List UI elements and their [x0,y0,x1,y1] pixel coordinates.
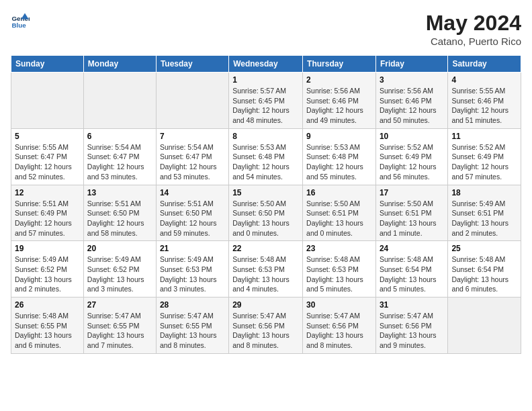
calendar-week-row: 1Sunrise: 5:57 AM Sunset: 6:45 PM Daylig… [11,73,521,129]
calendar-week-row: 5Sunrise: 5:55 AM Sunset: 6:47 PM Daylig… [11,128,521,185]
day-info: Sunrise: 5:50 AM Sunset: 6:51 PM Dayligh… [306,199,372,238]
day-info: Sunrise: 5:49 AM Sunset: 6:52 PM Dayligh… [15,255,80,294]
day-number: 29 [232,300,299,310]
day-info: Sunrise: 5:48 AM Sunset: 6:55 PM Dayligh… [15,311,80,351]
weekday-header: Monday [83,56,156,73]
calendar-week-row: 12Sunrise: 5:51 AM Sunset: 6:49 PM Dayli… [11,185,521,241]
day-number: 24 [380,244,444,253]
day-info: Sunrise: 5:52 AM Sunset: 6:49 PM Dayligh… [451,142,517,182]
day-number: 15 [232,188,299,197]
calendar-cell: 20Sunrise: 5:49 AM Sunset: 6:52 PM Dayli… [83,241,156,298]
calendar-cell: 23Sunrise: 5:48 AM Sunset: 6:53 PM Dayli… [303,241,376,298]
day-number: 30 [306,300,372,310]
calendar-cell: 8Sunrise: 5:53 AM Sunset: 6:48 PM Daylig… [229,128,303,185]
day-info: Sunrise: 5:57 AM Sunset: 6:45 PM Dayligh… [232,86,299,126]
weekday-header: Tuesday [156,56,228,73]
calendar-cell: 24Sunrise: 5:48 AM Sunset: 6:54 PM Dayli… [375,241,447,298]
calendar-cell [156,73,228,129]
day-number: 10 [380,132,444,141]
logo: General Blue [11,11,32,30]
calendar-cell: 9Sunrise: 5:53 AM Sunset: 6:48 PM Daylig… [303,128,376,185]
calendar-cell: 27Sunrise: 5:47 AM Sunset: 6:55 PM Dayli… [83,298,156,354]
calendar-table: SundayMondayTuesdayWednesdayThursdayFrid… [11,55,521,354]
day-info: Sunrise: 5:55 AM Sunset: 6:47 PM Dayligh… [15,142,80,182]
calendar-cell: 17Sunrise: 5:50 AM Sunset: 6:51 PM Dayli… [375,185,447,241]
calendar-cell: 26Sunrise: 5:48 AM Sunset: 6:55 PM Dayli… [11,298,84,354]
calendar-cell: 21Sunrise: 5:49 AM Sunset: 6:53 PM Dayli… [156,241,228,298]
day-info: Sunrise: 5:47 AM Sunset: 6:55 PM Dayligh… [87,311,152,351]
calendar-cell: 4Sunrise: 5:55 AM Sunset: 6:46 PM Daylig… [448,73,521,129]
calendar-cell [83,73,156,129]
day-number: 23 [306,244,372,253]
day-number: 17 [380,188,444,197]
calendar-cell: 15Sunrise: 5:50 AM Sunset: 6:50 PM Dayli… [229,185,303,241]
day-info: Sunrise: 5:50 AM Sunset: 6:51 PM Dayligh… [380,199,444,238]
calendar-cell: 14Sunrise: 5:51 AM Sunset: 6:50 PM Dayli… [156,185,228,241]
weekday-header: Thursday [303,56,376,73]
calendar-cell: 3Sunrise: 5:56 AM Sunset: 6:46 PM Daylig… [375,73,447,129]
svg-text:Blue: Blue [11,21,26,29]
calendar-week-row: 26Sunrise: 5:48 AM Sunset: 6:55 PM Dayli… [11,298,521,354]
calendar-cell: 28Sunrise: 5:47 AM Sunset: 6:55 PM Dayli… [156,298,228,354]
day-number: 21 [160,244,225,253]
day-info: Sunrise: 5:56 AM Sunset: 6:46 PM Dayligh… [380,86,444,126]
day-info: Sunrise: 5:48 AM Sunset: 6:53 PM Dayligh… [232,255,299,294]
weekday-header: Wednesday [229,56,303,73]
general-blue-logo-icon: General Blue [11,11,30,30]
calendar-header: SundayMondayTuesdayWednesdayThursdayFrid… [11,56,521,73]
day-info: Sunrise: 5:54 AM Sunset: 6:47 PM Dayligh… [160,142,225,182]
day-number: 14 [160,188,225,197]
calendar-cell: 2Sunrise: 5:56 AM Sunset: 6:46 PM Daylig… [303,73,376,129]
calendar-cell: 10Sunrise: 5:52 AM Sunset: 6:49 PM Dayli… [375,128,447,185]
location-subtitle: Catano, Puerto Rico [426,36,521,47]
day-number: 3 [380,75,444,85]
day-number: 5 [15,132,80,141]
day-info: Sunrise: 5:56 AM Sunset: 6:46 PM Dayligh… [306,86,372,126]
calendar-cell: 13Sunrise: 5:51 AM Sunset: 6:50 PM Dayli… [83,185,156,241]
calendar-cell: 11Sunrise: 5:52 AM Sunset: 6:49 PM Dayli… [448,128,521,185]
day-info: Sunrise: 5:52 AM Sunset: 6:49 PM Dayligh… [380,142,444,182]
day-info: Sunrise: 5:47 AM Sunset: 6:56 PM Dayligh… [306,311,372,351]
weekday-header: Sunday [11,56,84,73]
day-info: Sunrise: 5:54 AM Sunset: 6:47 PM Dayligh… [87,142,152,182]
day-info: Sunrise: 5:53 AM Sunset: 6:48 PM Dayligh… [306,142,372,182]
calendar-cell: 29Sunrise: 5:47 AM Sunset: 6:56 PM Dayli… [229,298,303,354]
day-number: 4 [451,75,517,85]
day-number: 7 [160,132,225,141]
calendar-cell: 6Sunrise: 5:54 AM Sunset: 6:47 PM Daylig… [83,128,156,185]
day-info: Sunrise: 5:49 AM Sunset: 6:52 PM Dayligh… [87,255,152,294]
day-number: 20 [87,244,152,253]
calendar-cell: 18Sunrise: 5:49 AM Sunset: 6:51 PM Dayli… [448,185,521,241]
day-number: 26 [15,300,80,310]
weekday-header: Saturday [448,56,521,73]
day-info: Sunrise: 5:51 AM Sunset: 6:50 PM Dayligh… [160,199,225,238]
calendar-cell: 16Sunrise: 5:50 AM Sunset: 6:51 PM Dayli… [303,185,376,241]
day-number: 13 [87,188,152,197]
day-number: 1 [232,75,299,85]
calendar-week-row: 19Sunrise: 5:49 AM Sunset: 6:52 PM Dayli… [11,241,521,298]
day-info: Sunrise: 5:49 AM Sunset: 6:51 PM Dayligh… [451,199,517,238]
day-number: 28 [160,300,225,310]
day-info: Sunrise: 5:55 AM Sunset: 6:46 PM Dayligh… [451,86,517,126]
day-info: Sunrise: 5:47 AM Sunset: 6:56 PM Dayligh… [232,311,299,351]
day-info: Sunrise: 5:50 AM Sunset: 6:50 PM Dayligh… [232,199,299,238]
calendar-cell: 1Sunrise: 5:57 AM Sunset: 6:45 PM Daylig… [229,73,303,129]
day-number: 19 [15,244,80,253]
calendar-cell: 25Sunrise: 5:48 AM Sunset: 6:54 PM Dayli… [448,241,521,298]
page-header: General Blue May 2024 Catano, Puerto Ric… [11,11,521,47]
calendar-cell [11,73,84,129]
day-info: Sunrise: 5:51 AM Sunset: 6:49 PM Dayligh… [15,199,80,238]
day-info: Sunrise: 5:47 AM Sunset: 6:55 PM Dayligh… [160,311,225,351]
calendar-cell: 31Sunrise: 5:47 AM Sunset: 6:56 PM Dayli… [375,298,447,354]
calendar-cell: 22Sunrise: 5:48 AM Sunset: 6:53 PM Dayli… [229,241,303,298]
calendar-cell: 5Sunrise: 5:55 AM Sunset: 6:47 PM Daylig… [11,128,84,185]
day-number: 8 [232,132,299,141]
calendar-cell [448,298,521,354]
month-title: May 2024 [426,11,521,36]
day-info: Sunrise: 5:51 AM Sunset: 6:50 PM Dayligh… [87,199,152,238]
day-info: Sunrise: 5:48 AM Sunset: 6:53 PM Dayligh… [306,255,372,294]
day-number: 2 [306,75,372,85]
calendar-cell: 12Sunrise: 5:51 AM Sunset: 6:49 PM Dayli… [11,185,84,241]
calendar-cell: 19Sunrise: 5:49 AM Sunset: 6:52 PM Dayli… [11,241,84,298]
calendar-cell: 30Sunrise: 5:47 AM Sunset: 6:56 PM Dayli… [303,298,376,354]
